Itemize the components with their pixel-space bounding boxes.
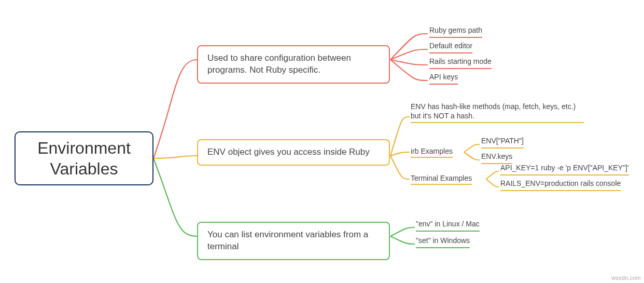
leaf-api-key-cmd[interactable]: API_KEY=1 ruby -e 'p ENV["API_KEY"]': [500, 164, 629, 176]
leaf-env-linux-mac[interactable]: "env" in Linux / Mac: [416, 220, 480, 232]
sublabel-terminal-examples[interactable]: Terminal Examples: [411, 174, 472, 185]
root-title: Environment Variables: [37, 138, 131, 179]
branch-text: You can list environment variables from …: [207, 229, 380, 253]
branch-text: Used to share configuration between prog…: [207, 52, 380, 76]
branch-node-list-env[interactable]: You can list environment variables from …: [197, 222, 390, 260]
leaf-env-keys[interactable]: ENV.keys: [481, 152, 512, 164]
root-node[interactable]: Environment Variables: [15, 131, 153, 185]
leaf-env-hash-like[interactable]: ENV has hash-like methods (map, fetch, k…: [411, 102, 584, 123]
sublabel-irb-examples[interactable]: irb Examples: [411, 147, 453, 158]
leaf-set-windows[interactable]: "set" in Windows: [416, 236, 470, 248]
leaf-default-editor[interactable]: Default editor: [429, 42, 472, 53]
watermark: wsxdn.com: [611, 275, 641, 281]
branch-node-config[interactable]: Used to share configuration between prog…: [197, 45, 390, 84]
branch-node-env-object[interactable]: ENV object gives you access inside Ruby: [197, 139, 390, 166]
branch-text: ENV object gives you access inside Ruby: [207, 146, 370, 158]
leaf-rails-env-cmd[interactable]: RAILS_ENV=production rails console: [500, 179, 621, 191]
leaf-api-keys[interactable]: API keys: [429, 73, 458, 85]
leaf-ruby-gems-path[interactable]: Ruby gems path: [429, 26, 482, 38]
leaf-rails-starting-mode[interactable]: Rails starting mode: [429, 57, 492, 69]
leaf-env-path[interactable]: ENV["PATH"]: [481, 137, 524, 149]
